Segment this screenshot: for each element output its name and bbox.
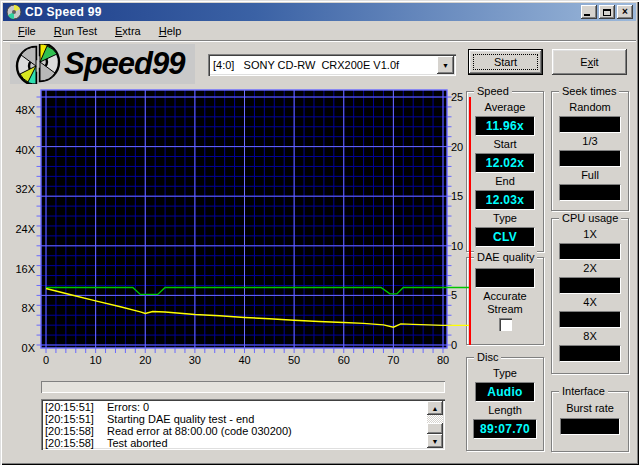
accurate-stream-checkbox[interactable] (499, 318, 512, 331)
arrow-down-icon: ▼ (432, 438, 439, 445)
interface-panel: Interface Burst rate (551, 391, 629, 452)
accurate-stream-label-line2: Stream (487, 303, 522, 316)
speed-type-value: CLV (475, 227, 535, 247)
cpu-2x-value (559, 277, 621, 294)
speed-type-label: Type (493, 212, 517, 225)
cpu-8x-value (559, 345, 621, 362)
menu-help[interactable]: Help (152, 23, 189, 39)
exit-button[interactable]: Exit (552, 49, 627, 75)
logo-panel: Speed99 (10, 44, 195, 84)
cpu-4x-value (559, 311, 621, 328)
disc-length-label: Length (488, 404, 522, 417)
menu-bar: File Run Test Extra Help (3, 21, 636, 41)
chart-marker-line (469, 97, 471, 345)
dae-quality-panel: DAE quality Accurate Stream (466, 257, 544, 345)
disc-type-value: Audio (475, 382, 535, 402)
cpu-2x-label: 2X (583, 262, 596, 275)
svg-text:40: 40 (238, 354, 250, 366)
disc-panel: Disc Type Audio Length 89:07.70 (466, 357, 544, 451)
arrow-up-icon: ▲ (432, 405, 439, 412)
focus-rect (473, 54, 538, 70)
svg-text:8X: 8X (22, 302, 36, 314)
svg-text:0: 0 (451, 339, 457, 351)
svg-text:0: 0 (43, 354, 49, 366)
svg-text:30: 30 (189, 354, 201, 366)
drive-selector[interactable]: [4:0] SONY CD-RW CRX200E V1.0f ▼ (208, 54, 456, 76)
cpu-4x-label: 4X (583, 296, 596, 309)
svg-text:70: 70 (387, 354, 399, 366)
svg-text:60: 60 (338, 354, 350, 366)
seek-full-value (559, 184, 621, 201)
window-title: CD Speed 99 (25, 5, 581, 19)
log-listbox[interactable]: [20:15:51]Errors: 0 [20:15:51]Starting D… (41, 399, 445, 450)
svg-text:32X: 32X (15, 183, 35, 195)
menu-run-test[interactable]: Run Test (47, 23, 104, 39)
maximize-icon (603, 9, 611, 16)
svg-text:20: 20 (139, 354, 151, 366)
seek-random-label: Random (569, 101, 611, 114)
menu-extra[interactable]: Extra (108, 23, 148, 39)
log-line: [20:15:58]Read error at 88:00.00 (code 0… (45, 425, 425, 437)
interface-panel-title: Interface (559, 385, 608, 398)
accurate-stream-label-line1: Accurate (483, 290, 526, 303)
scrollbar-thumb[interactable] (427, 423, 443, 434)
svg-text:80: 80 (437, 354, 449, 366)
svg-text:15: 15 (451, 190, 463, 202)
minimize-button[interactable] (581, 5, 597, 19)
scroll-up-button[interactable]: ▲ (427, 401, 443, 415)
app-window: CD Speed 99 × File Run Test Extra Help S… (0, 0, 639, 465)
seek-third-label: 1/3 (582, 135, 597, 148)
app-logo-text: Speed99 (64, 46, 185, 82)
dae-quality-value (475, 268, 535, 288)
svg-text:0X: 0X (22, 342, 36, 354)
disc-type-label: Type (493, 367, 517, 380)
burst-rate-value (560, 418, 620, 435)
cpu-usage-panel-title: CPU usage (559, 212, 621, 225)
log-line: [20:15:51]Errors: 0 (45, 401, 425, 413)
maximize-button[interactable] (599, 5, 615, 19)
drive-selector-value: [4:0] SONY CD-RW CRX200E V1.0f (208, 59, 437, 71)
log-line: [20:15:51]Starting DAE quality test - en… (45, 413, 425, 425)
scroll-down-button[interactable]: ▼ (427, 434, 443, 448)
log-scrollbar[interactable]: ▲ ▼ (427, 401, 443, 448)
cpu-usage-panel: CPU usage 1X 2X 4X 8X (551, 218, 629, 374)
close-icon: × (622, 7, 628, 17)
svg-text:24X: 24X (15, 223, 35, 235)
cd-logo-icon (14, 44, 62, 84)
seek-random-value (559, 116, 621, 133)
seek-times-panel-title: Seek times (559, 85, 619, 98)
speed-end-label: End (495, 175, 515, 188)
speed-start-label: Start (493, 138, 516, 151)
app-cd-icon (6, 4, 22, 20)
speed-panel-title: Speed (474, 85, 512, 98)
speed-average-value: 11.96x (475, 116, 535, 136)
cpu-1x-label: 1X (583, 228, 596, 241)
svg-text:50: 50 (288, 354, 300, 366)
speed-chart: 48X40X32X24X16X8X0X252015105001020304050… (0, 85, 478, 370)
speed-start-value: 12.02x (475, 153, 535, 173)
menu-file[interactable]: File (11, 23, 43, 39)
chevron-down-icon: ▼ (442, 62, 449, 69)
close-button[interactable]: × (617, 5, 633, 19)
dae-quality-panel-title: DAE quality (474, 251, 537, 264)
svg-text:48X: 48X (15, 104, 35, 116)
svg-text:10: 10 (451, 240, 463, 252)
svg-text:16X: 16X (15, 263, 35, 275)
drive-selector-dropdown-button[interactable]: ▼ (437, 56, 454, 74)
progress-bar (41, 381, 445, 393)
cpu-8x-label: 8X (583, 330, 596, 343)
title-bar[interactable]: CD Speed 99 × (3, 3, 636, 21)
minimize-icon (584, 14, 590, 16)
burst-rate-label: Burst rate (566, 402, 614, 415)
svg-text:10: 10 (90, 354, 102, 366)
svg-text:25: 25 (451, 91, 463, 103)
speed-panel: Speed Average 11.96x Start 12.02x End 12… (466, 91, 544, 252)
log-line: [20:15:58]Test aborted (45, 437, 425, 449)
svg-text:20: 20 (451, 141, 463, 153)
disc-panel-title: Disc (474, 351, 501, 364)
speed-end-value: 12.03x (475, 190, 535, 210)
start-button[interactable]: Start (468, 49, 543, 75)
speed-average-label: Average (485, 101, 526, 114)
seek-full-label: Full (581, 169, 599, 182)
seek-times-panel: Seek times Random 1/3 Full (551, 91, 629, 211)
